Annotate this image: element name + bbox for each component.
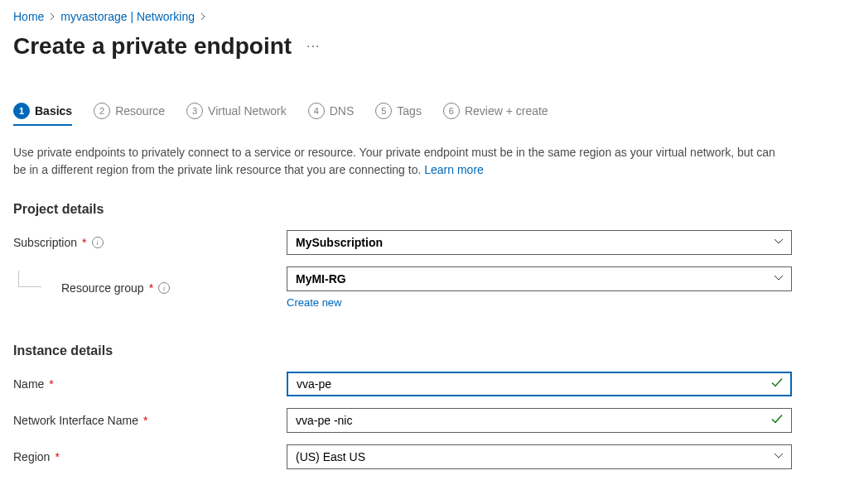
create-new-link[interactable]: Create new [287,296,341,309]
info-icon[interactable]: i [158,282,170,294]
step-number-icon: 1 [13,103,30,119]
tab-virtual-network[interactable]: 3 Virtual Network [186,103,287,126]
tree-connector-icon [18,271,41,287]
required-icon: * [149,281,153,295]
breadcrumb-home[interactable]: Home [13,10,44,23]
intro-text: Use private endpoints to privately conne… [13,144,775,179]
name-label: Name [13,377,44,391]
tab-label: Basics [35,104,72,118]
page-title: Create a private endpoint [13,33,292,60]
resource-group-select[interactable] [287,266,792,291]
instance-details-heading: Instance details [13,343,846,358]
nic-label: Network Interface Name [13,414,138,427]
tab-label: Review + create [465,104,548,118]
required-icon: * [82,236,86,249]
name-input[interactable] [287,372,792,396]
subscription-label: Subscription [13,236,77,249]
required-icon: * [55,450,59,463]
chevron-right-icon [49,11,55,22]
tab-dns[interactable]: 4 DNS [308,103,355,126]
tab-label: Virtual Network [208,104,287,118]
tab-resource[interactable]: 2 Resource [94,103,165,126]
tab-basics[interactable]: 1 Basics [13,103,72,126]
tab-label: Resource [115,104,165,118]
subscription-select[interactable] [287,230,792,255]
resource-group-label: Resource group [61,281,144,295]
chevron-right-icon [200,11,206,22]
tabs: 1 Basics 2 Resource 3 Virtual Network 4 … [13,103,846,126]
step-number-icon: 2 [94,103,110,119]
breadcrumb-resource[interactable]: myvastorage | Networking [60,10,195,23]
breadcrumb: Home myvastorage | Networking [13,10,846,23]
learn-more-link[interactable]: Learn more [424,163,484,176]
info-icon[interactable]: i [92,237,104,248]
required-icon: * [49,377,53,391]
more-actions-button[interactable]: ··· [303,36,323,57]
step-number-icon: 6 [443,103,460,119]
tab-label: Tags [397,104,422,118]
tab-tags[interactable]: 5 Tags [375,103,422,126]
region-select[interactable] [287,444,792,469]
step-number-icon: 5 [375,103,392,119]
region-label: Region [13,450,50,463]
tab-review-create[interactable]: 6 Review + create [443,103,548,126]
project-details-heading: Project details [13,202,846,217]
required-icon: * [143,414,147,427]
nic-input[interactable] [287,408,792,433]
step-number-icon: 4 [308,103,325,119]
tab-label: DNS [330,104,355,118]
step-number-icon: 3 [186,103,203,119]
